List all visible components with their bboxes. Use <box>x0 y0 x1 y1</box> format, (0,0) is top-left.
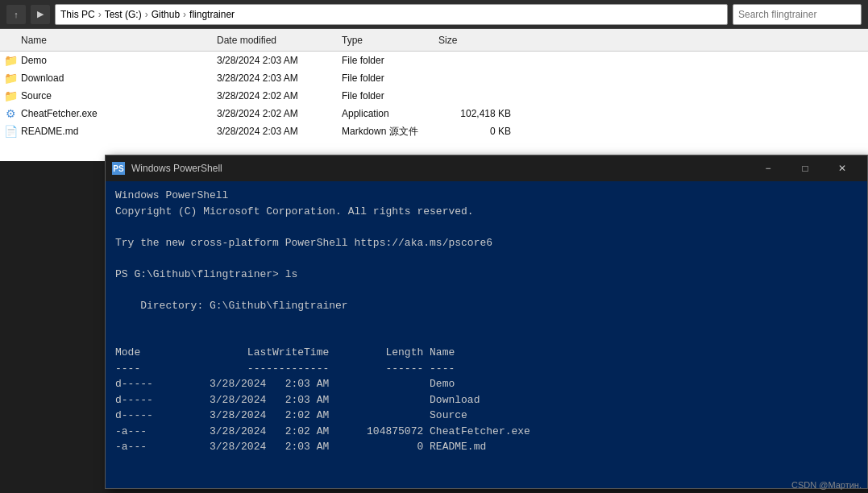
file-icon: 📄 <box>3 124 18 139</box>
powershell-titlebar: PS Windows PowerShell − □ ✕ <box>106 155 867 181</box>
back-button[interactable]: ▶ <box>31 5 50 24</box>
powershell-content[interactable]: Windows PowerShell Copyright (C) Microso… <box>106 181 867 488</box>
file-icon: 📁 <box>3 89 18 103</box>
col-header-name[interactable]: Name <box>3 35 217 46</box>
file-name: Demo <box>21 55 217 66</box>
address-bar: ↑ ▶ This PC › Test (G:) › Github › fling… <box>0 0 868 29</box>
file-type: Application <box>342 108 438 119</box>
file-name: Download <box>21 72 217 84</box>
file-icon: 📁 <box>3 53 18 68</box>
breadcrumb[interactable]: This PC › Test (G:) › Github › flingtrai… <box>55 4 728 25</box>
file-type: Markdown 源文件 <box>342 125 438 139</box>
powershell-icon: PS <box>112 162 125 175</box>
file-type: File folder <box>342 55 438 66</box>
table-row[interactable]: 📁 Source 3/28/2024 2:02 AM File folder <box>0 87 868 105</box>
file-date: 3/28/2024 2:03 AM <box>217 55 342 66</box>
file-icon: ⚙ <box>3 106 18 121</box>
window-controls: − □ ✕ <box>750 155 861 181</box>
up-button[interactable]: ↑ <box>6 5 26 24</box>
file-size: 102,418 KB <box>438 108 519 119</box>
file-date: 3/28/2024 2:03 AM <box>217 126 342 137</box>
file-explorer: ↑ ▶ This PC › Test (G:) › Github › fling… <box>0 0 868 161</box>
file-type: File folder <box>342 90 438 102</box>
col-header-date[interactable]: Date modified <box>217 35 342 46</box>
file-icon: 📁 <box>3 71 18 85</box>
file-type: File folder <box>342 72 438 84</box>
breadcrumb-part-3: Github <box>152 9 180 20</box>
file-name: Source <box>21 90 217 102</box>
watermark: CSDN @Мартин. <box>791 480 862 490</box>
column-headers: Name Date modified Type Size <box>0 29 868 52</box>
file-date: 3/28/2024 2:03 AM <box>217 72 342 84</box>
table-row[interactable]: 📁 Demo 3/28/2024 2:03 AM File folder <box>0 52 868 69</box>
minimize-button[interactable]: − <box>750 155 787 181</box>
breadcrumb-part-1: This PC <box>60 9 95 20</box>
file-list: 📁 Demo 3/28/2024 2:03 AM File folder 📁 D… <box>0 52 868 161</box>
file-size: 0 KB <box>438 126 519 137</box>
file-date: 3/28/2024 2:02 AM <box>217 108 342 119</box>
file-name: README.md <box>21 126 217 137</box>
table-row[interactable]: 📄 README.md 3/28/2024 2:03 AM Markdown 源… <box>0 122 868 140</box>
breadcrumb-part-2: Test (G:) <box>105 9 142 20</box>
powershell-window: PS Windows PowerShell − □ ✕ Windows Powe… <box>105 155 868 489</box>
table-row[interactable]: ⚙ CheatFetcher.exe 3/28/2024 2:02 AM App… <box>0 105 868 122</box>
col-header-size[interactable]: Size <box>438 35 519 46</box>
close-button[interactable]: ✕ <box>824 155 861 181</box>
search-input[interactable] <box>733 4 862 25</box>
table-row[interactable]: 📁 Download 3/28/2024 2:03 AM File folder <box>0 69 868 87</box>
powershell-title: Windows PowerShell <box>131 163 750 174</box>
file-name: CheatFetcher.exe <box>21 108 217 119</box>
breadcrumb-part-4: flingtrainer <box>189 9 235 20</box>
col-header-type[interactable]: Type <box>342 35 438 46</box>
file-date: 3/28/2024 2:02 AM <box>217 90 342 102</box>
maximize-button[interactable]: □ <box>787 155 824 181</box>
